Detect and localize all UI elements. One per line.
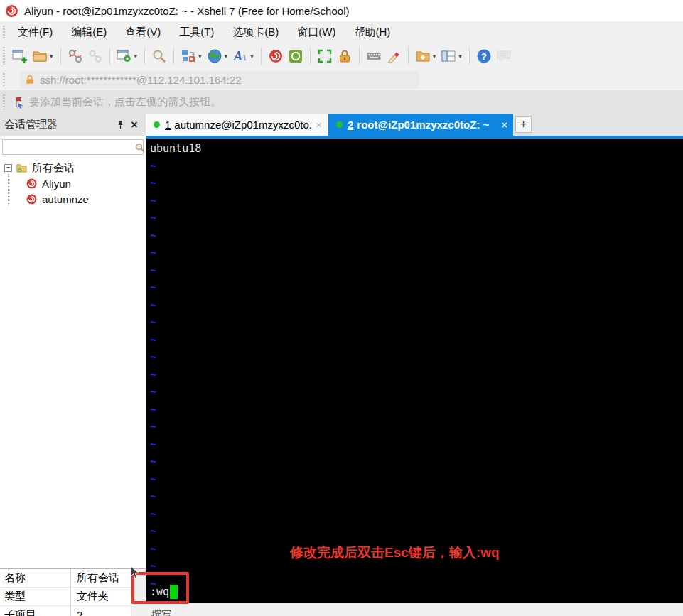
terminal-empty-line: ~ <box>150 367 683 384</box>
tab-label: root@iZp01mzyxzc0toZ: ~ <box>357 119 497 131</box>
xshell-button[interactable] <box>266 46 286 66</box>
tree-connector <box>8 174 9 205</box>
terminal-empty-line: ~ <box>150 401 683 419</box>
menubar-grip[interactable] <box>3 26 5 38</box>
terminal-empty-line: ~ <box>150 314 683 332</box>
font-button[interactable]: AA▾ <box>230 46 257 66</box>
fullscreen-button[interactable] <box>315 46 335 66</box>
disconnect-button[interactable] <box>65 46 85 66</box>
tab-close-icon[interactable]: × <box>316 119 322 131</box>
terminal-empty-line: ~ <box>150 349 683 367</box>
session-icon <box>26 178 38 190</box>
find-button[interactable] <box>149 46 169 66</box>
terminal-empty-line: ~ <box>150 418 683 436</box>
new-folder-button[interactable]: ▾ <box>413 46 439 66</box>
dropdown-caret-icon[interactable]: ▾ <box>198 53 202 60</box>
session-tab-2[interactable]: 2root@iZp01mzyxzc0toZ: ~× <box>328 114 513 136</box>
menu-item-edit[interactable]: 编辑(E) <box>62 23 116 42</box>
virtual-keyboard-button[interactable] <box>364 46 384 66</box>
property-value: 文件夹 <box>71 590 109 603</box>
close-panel-button[interactable]: × <box>127 118 141 132</box>
session-tree-children: Aliyunautumnze <box>0 175 146 207</box>
menu-item-view[interactable]: 查看(V) <box>116 23 170 42</box>
property-row[interactable]: 名称所有会话 <box>0 569 131 588</box>
disconnect-icon <box>68 48 83 64</box>
fullscreen-icon <box>317 48 333 64</box>
toolbar-group: ▾ <box>114 46 141 66</box>
terminal-view[interactable]: ubuntu18~~~~~~~~~~~~~~~~~~~~~~~~~ 修改完成后双… <box>146 139 683 603</box>
session-label: autumnze <box>42 193 89 205</box>
toolbar-grip[interactable] <box>3 47 5 65</box>
session-search-box[interactable] <box>2 139 144 155</box>
collapse-icon[interactable]: − <box>4 164 12 172</box>
open-button[interactable]: ▾ <box>30 46 56 66</box>
dropdown-caret-icon[interactable]: ▾ <box>250 53 254 60</box>
terminal-empty-line: ~ <box>150 210 683 227</box>
terminal-empty-line: ~ <box>150 279 683 297</box>
pin-button[interactable] <box>113 118 127 132</box>
session-item-autumnze[interactable]: autumnze <box>0 191 146 207</box>
xftp-button[interactable] <box>286 46 306 66</box>
addressbar-grip[interactable] <box>3 73 5 86</box>
properties-scroll-strip[interactable] <box>131 568 146 616</box>
session-tab-1[interactable]: 1autumnze@iZp01mzyxzc0to...× <box>146 114 328 136</box>
menu-item-file[interactable]: 文件(F) <box>9 23 62 42</box>
infobar-grip[interactable] <box>3 94 5 109</box>
address-url: ssh://root:************@112.124.101.164:… <box>40 74 241 86</box>
toolbar-group <box>315 46 355 66</box>
highlight-button[interactable] <box>384 46 404 66</box>
pin-icon <box>116 120 125 129</box>
toolbar-group: ▾▾AA▾ <box>178 46 257 66</box>
terminal-empty-line: ~ <box>150 384 683 401</box>
title-bar[interactable]: Aliyun - root@iZp01mzyxzc0toZ: ~ - Xshel… <box>0 0 683 21</box>
dropdown-caret-icon[interactable]: ▾ <box>458 53 462 60</box>
terminal-empty-line: ~ <box>150 297 683 315</box>
reconnect-icon <box>87 48 103 64</box>
menu-item-window[interactable]: 窗口(W) <box>288 23 345 42</box>
toolbar-group <box>364 46 404 66</box>
property-row[interactable]: 类型文件夹 <box>0 588 131 606</box>
connection-status-icon <box>154 121 160 128</box>
property-row[interactable]: 子项目2 <box>0 606 131 616</box>
properties-icon <box>117 48 132 64</box>
vi-command-line: :wq <box>150 585 178 600</box>
toolbar-separator <box>469 48 470 65</box>
new-session-icon <box>12 48 28 64</box>
pane-layout-icon <box>441 48 456 64</box>
address-bar: ssh://root:************@112.124.101.164:… <box>0 69 683 90</box>
session-tree-root[interactable]: − 所有会话 <box>0 160 146 175</box>
toolbar-group <box>266 46 306 66</box>
arrange-button[interactable]: ▾ <box>178 46 205 66</box>
session-search-input[interactable] <box>3 141 134 153</box>
session-manager-panel: − 所有会话 Aliyunautumnze <box>0 136 146 568</box>
open-icon <box>32 48 48 64</box>
compose-bar[interactable]: 撰写 <box>146 603 683 616</box>
dropdown-caret-icon[interactable]: ▾ <box>134 53 138 60</box>
lock-screen-button[interactable] <box>335 46 355 66</box>
menu-item-tools[interactable]: 工具(T) <box>170 23 223 42</box>
terminal-lines: ubuntu18~~~~~~~~~~~~~~~~~~~~~~~~~ <box>146 139 683 593</box>
help-button[interactable]: ? <box>474 46 494 66</box>
toolbar-separator <box>144 48 145 65</box>
menu-item-help[interactable]: 帮助(H) <box>345 23 399 42</box>
terminal-empty-line: ~ <box>150 262 683 280</box>
sessions-folder-icon <box>16 162 28 174</box>
connection-status-icon <box>336 121 343 128</box>
annotation-text: 修改完成后双击Esc键后，输入:wq <box>290 544 500 562</box>
new-tab-button[interactable]: + <box>515 116 532 133</box>
new-session-button[interactable] <box>10 46 30 66</box>
dropdown-caret-icon[interactable]: ▾ <box>433 53 436 60</box>
address-field[interactable]: ssh://root:************@112.124.101.164:… <box>20 71 419 88</box>
web-button[interactable]: ▾ <box>205 46 231 66</box>
properties-button[interactable]: ▾ <box>114 46 141 66</box>
tab-close-icon[interactable]: × <box>501 119 507 131</box>
toolbar-group: ▾▾ <box>413 46 465 66</box>
toolbar-group <box>149 46 169 66</box>
info-message: 要添加当前会话，点击左侧的箭头按钮。 <box>29 95 221 109</box>
dropdown-caret-icon[interactable]: ▾ <box>225 53 228 60</box>
session-tree-root-label: 所有会话 <box>32 161 75 175</box>
dropdown-caret-icon[interactable]: ▾ <box>50 53 53 60</box>
menu-item-tab[interactable]: 选项卡(B) <box>223 23 288 42</box>
session-item-aliyun[interactable]: Aliyun <box>0 175 146 191</box>
pane-layout-button[interactable]: ▾ <box>439 46 465 66</box>
